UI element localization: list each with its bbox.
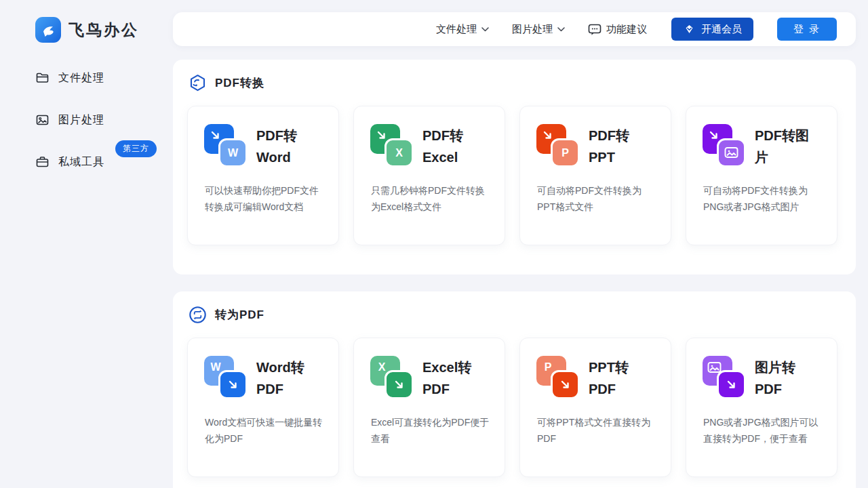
tool-card-pdf-to-image[interactable]: PDF转图片 可自动将PDF文件转换为PNG或者JPG格式图片 [686, 106, 837, 245]
word-to-pdf-icon: W [204, 356, 248, 399]
tool-card-pdf-to-ppt[interactable]: P PDF转PPT 可自动将PDF文件转换为PPT格式文件 [519, 106, 671, 245]
nav-label: 文件处理 [436, 23, 477, 36]
arrow-down-right-icon [558, 378, 573, 392]
image-icon [35, 113, 50, 127]
briefcase-icon [35, 155, 50, 169]
chevron-down-icon [481, 27, 489, 32]
card-title: PDF转Word [256, 125, 319, 168]
arrow-down-right-icon [724, 378, 739, 392]
bird-logo-icon [35, 17, 61, 43]
excel-to-pdf-icon: X [370, 356, 414, 399]
sidebar-item-label: 文件处理 [58, 71, 104, 85]
gem-icon [683, 23, 696, 35]
brand-name: 飞鸟办公 [68, 20, 139, 41]
tool-card-image-to-pdf[interactable]: 图片转PDF PNG或者JPG格式图片可以直接转为PDF，便于查看 [686, 338, 837, 477]
pdf-to-image-icon [703, 124, 746, 167]
chevron-down-icon [557, 27, 565, 32]
card-title: PDF转图片 [755, 125, 817, 168]
nav-label: 图片处理 [512, 23, 553, 36]
login-label: 登 录 [793, 23, 821, 36]
sidebar-item-label: 私域工具 [58, 155, 104, 169]
card-title: PDF转PPT [589, 125, 651, 168]
card-desc: 可将PPT格式文件直接转为PDF [537, 414, 658, 447]
card-title: Word转PDF [256, 357, 319, 400]
top-navigation-bar: 文件处理 图片处理 功能建议 开通会员 登 录 [173, 12, 856, 46]
hexagon-swap-icon [189, 74, 207, 92]
card-desc: 可自动将PDF文件转换为PPT格式文件 [537, 182, 658, 215]
tool-card-pdf-to-excel[interactable]: X PDF转Excel 只需几秒钟将PDF文件转换为Excel格式文件 [353, 106, 505, 245]
sidebar-item-label: 图片处理 [58, 113, 104, 127]
section-to-pdf: 转为PDF W Word转PDF Word文档可快速一键批量转化为PDF X E… [173, 291, 856, 488]
pdf-to-excel-icon: X [370, 124, 414, 167]
card-desc: PNG或者JPG格式图片可以直接转为PDF，便于查看 [703, 414, 824, 447]
sidebar-item-file-processing[interactable]: 文件处理 [35, 66, 104, 89]
arrow-down-right-icon [226, 378, 241, 392]
sidebar-item-private-tools[interactable]: 私域工具 [35, 150, 104, 174]
card-title: PPT转PDF [589, 357, 651, 400]
ppt-to-pdf-icon: P [536, 356, 580, 399]
feedback-bubble-icon [588, 23, 601, 36]
section-title: 转为PDF [215, 307, 264, 323]
pdf-to-word-icon: W [204, 124, 248, 167]
folder-icon [35, 71, 50, 85]
card-title: 图片转PDF [755, 357, 817, 400]
nav-label: 功能建议 [606, 23, 647, 36]
tool-card-word-to-pdf[interactable]: W Word转PDF Word文档可快速一键批量转化为PDF [187, 338, 339, 477]
tool-card-ppt-to-pdf[interactable]: P PPT转PDF 可将PPT格式文件直接转为PDF [519, 338, 671, 477]
image-to-pdf-icon [703, 356, 746, 399]
open-vip-label: 开通会员 [701, 23, 742, 36]
nav-image-processing[interactable]: 图片处理 [512, 23, 565, 36]
card-title: PDF转Excel [422, 125, 485, 168]
image-icon [724, 146, 738, 159]
card-desc: Word文档可快速一键批量转化为PDF [205, 414, 326, 447]
card-desc: Excel可直接转化为PDF便于查看 [371, 414, 492, 447]
tool-card-pdf-to-word[interactable]: W PDF转Word 可以快速帮助你把PDF文件转换成可编辑Word文档 [187, 106, 339, 245]
card-desc: 可以快速帮助你把PDF文件转换成可编辑Word文档 [205, 182, 326, 215]
sidebar-item-image-processing[interactable]: 图片处理 [35, 108, 104, 131]
card-desc: 只需几秒钟将PDF文件转换为Excel格式文件 [371, 182, 492, 215]
section-title: PDF转换 [215, 75, 264, 91]
section-pdf-convert: PDF转换 W PDF转Word 可以快速帮助你把PDF文件转换成可编辑Word… [173, 60, 856, 274]
card-title: Excel转PDF [422, 357, 485, 400]
third-party-badge: 第三方 [115, 140, 157, 157]
login-button[interactable]: 登 录 [777, 18, 837, 41]
tool-card-excel-to-pdf[interactable]: X Excel转PDF Excel可直接转化为PDF便于查看 [353, 338, 505, 477]
pdf-to-ppt-icon: P [536, 124, 580, 167]
open-vip-button[interactable]: 开通会员 [671, 18, 753, 41]
card-desc: 可自动将PDF文件转换为PNG或者JPG格式图片 [703, 182, 824, 215]
nav-feature-suggestion[interactable]: 功能建议 [588, 23, 647, 36]
circle-loop-icon [189, 306, 207, 324]
brand-logo[interactable]: 飞鸟办公 [35, 17, 139, 43]
arrow-down-right-icon [392, 378, 407, 392]
nav-file-processing[interactable]: 文件处理 [436, 23, 489, 36]
